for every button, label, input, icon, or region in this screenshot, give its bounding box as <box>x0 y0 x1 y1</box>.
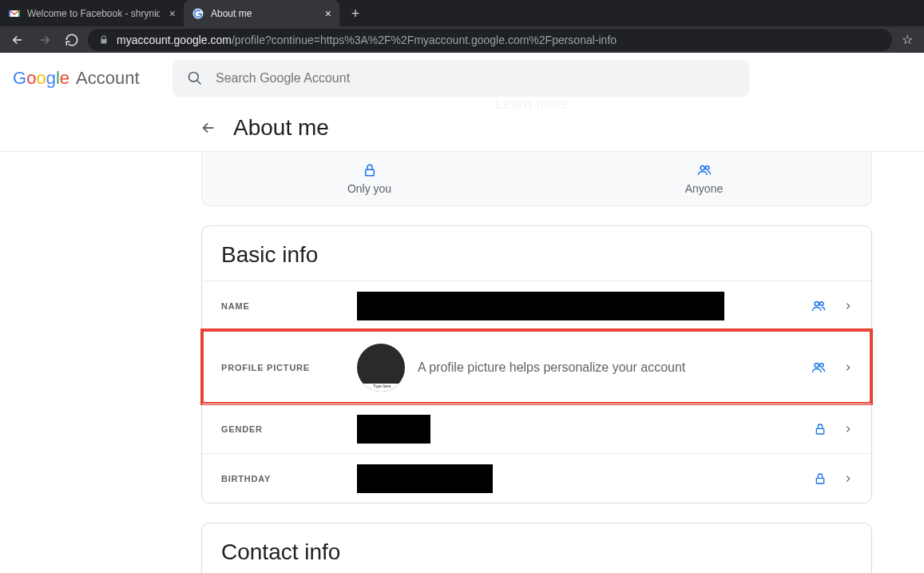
tab-title: About me <box>211 8 315 19</box>
forward-button[interactable] <box>34 29 56 51</box>
reload-button[interactable] <box>61 29 83 51</box>
close-tab-icon[interactable]: × <box>325 7 331 20</box>
profile-picture-description: A profile picture helps personalize your… <box>418 360 685 375</box>
gender-value-redacted <box>357 415 430 444</box>
google-logo: Google <box>13 68 69 89</box>
browser-tab-facebook[interactable]: Welcome to Facebook - shrynidhi × <box>0 0 184 26</box>
ghost-learn-more: Learn more <box>495 96 569 113</box>
chevron-right-icon <box>844 472 852 485</box>
people-icon <box>811 360 827 375</box>
back-button[interactable] <box>6 29 29 51</box>
account-word: Account <box>76 68 140 89</box>
ghost-text: u <box>726 69 732 82</box>
page-header: Google Account u <box>0 53 924 104</box>
basic-info-card: Basic info NAME PROFILE PICTURE · Type h… <box>201 225 872 503</box>
row-birthday[interactable]: BIRTHDAY <box>202 453 871 503</box>
search-icon <box>187 70 203 86</box>
tab-strip: Welcome to Facebook - shrynidhi × About … <box>0 0 924 26</box>
people-icon <box>696 163 712 177</box>
google-account-logo[interactable]: Google Account <box>13 68 173 89</box>
page-body: Google Account u About me Learn more Onl… <box>0 53 924 573</box>
tab-title: Welcome to Facebook - shrynidhi <box>27 8 160 19</box>
visibility-toggle-row: Only you Anyone <box>201 152 872 206</box>
url-text: myaccount.google.com/profile?continue=ht… <box>117 34 617 46</box>
name-label: NAME <box>221 301 357 311</box>
svg-point-5 <box>815 301 819 305</box>
google-g-icon <box>192 7 204 20</box>
visibility-anyone[interactable]: Anyone <box>537 152 871 205</box>
lock-icon <box>363 163 377 177</box>
people-icon <box>811 299 827 313</box>
svg-point-3 <box>700 165 704 169</box>
basic-info-heading: Basic info <box>202 242 871 276</box>
close-tab-icon[interactable]: × <box>169 7 176 20</box>
lock-icon <box>814 472 827 486</box>
svg-rect-2 <box>365 169 374 176</box>
row-gender[interactable]: GENDER <box>202 404 871 453</box>
chevron-right-icon <box>844 423 852 436</box>
page-title: About me <box>233 115 329 141</box>
gender-label: GENDER <box>221 424 357 434</box>
bookmark-star-icon[interactable]: ☆ <box>897 32 918 47</box>
svg-point-4 <box>705 165 709 169</box>
svg-point-8 <box>820 363 824 367</box>
svg-rect-10 <box>816 478 823 483</box>
contact-info-card: Contact info <box>201 523 872 573</box>
lock-icon <box>99 35 109 45</box>
lock-icon <box>814 422 827 436</box>
anyone-label: Anyone <box>685 182 723 195</box>
chevron-right-icon <box>844 361 852 374</box>
gmail-icon <box>8 7 21 20</box>
address-bar: myaccount.google.com/profile?continue=ht… <box>0 26 924 53</box>
birthday-label: BIRTHDAY <box>221 474 357 483</box>
subheader: About me Learn more <box>0 104 924 152</box>
svg-point-7 <box>815 363 819 367</box>
contact-info-heading: Contact info <box>202 539 871 573</box>
search-bar[interactable] <box>173 60 749 97</box>
svg-point-6 <box>820 301 824 305</box>
url-field[interactable]: myaccount.google.com/profile?continue=ht… <box>88 29 892 51</box>
name-value-redacted <box>357 292 724 320</box>
browser-tab-about-me[interactable]: About me × <box>184 0 339 26</box>
back-arrow-icon[interactable] <box>200 119 219 137</box>
new-tab-button[interactable]: + <box>344 2 367 25</box>
search-input[interactable] <box>216 71 735 86</box>
row-profile-picture[interactable]: PROFILE PICTURE · Type here A profile pi… <box>202 330 871 404</box>
svg-rect-9 <box>816 428 823 434</box>
svg-point-1 <box>189 73 199 82</box>
birthday-value-redacted <box>357 464 493 493</box>
row-name[interactable]: NAME <box>202 281 871 330</box>
chevron-right-icon <box>844 300 852 312</box>
avatar: · Type here <box>357 344 405 392</box>
visibility-only-you[interactable]: Only you <box>202 152 537 205</box>
profile-picture-label: PROFILE PICTURE <box>221 363 357 372</box>
only-you-label: Only you <box>347 182 391 195</box>
